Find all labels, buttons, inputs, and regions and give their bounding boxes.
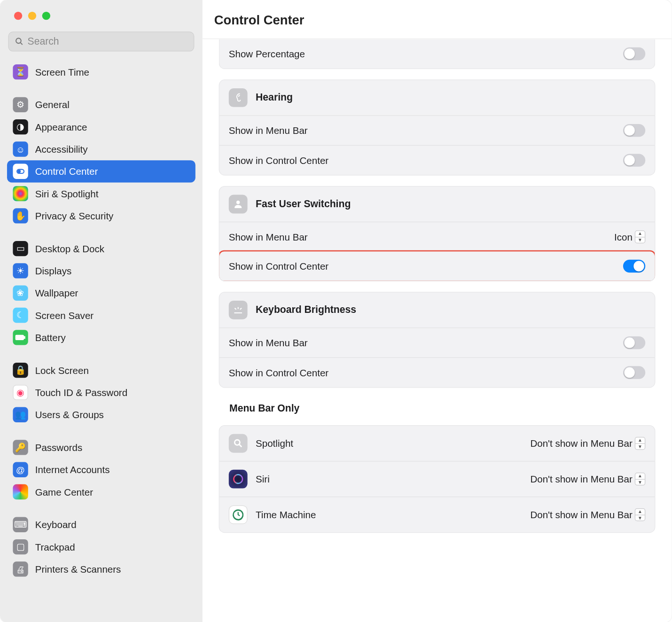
row-label: Time Machine [256,509,316,521]
hand-icon: ✋ [13,208,28,223]
users-icon: 👥 [13,407,28,422]
row-siri: Siri Don't show in Menu Bar ▲▼ [219,461,655,497]
toggle-hearing-control-center[interactable] [623,154,645,166]
sidebar-item-screen-time[interactable]: ⏳ Screen Time [7,61,195,83]
sidebar-item-label: Users & Groups [35,409,104,420]
sidebar-item-label: Wallpaper [35,288,78,299]
sidebar-item-control-center[interactable]: Control Center [7,160,195,182]
sidebar-item-desktop-dock[interactable]: ▭ Desktop & Dock [7,237,195,259]
gear-icon: ⚙ [13,97,28,112]
dock-icon: ▭ [13,241,28,256]
settings-window: ⏳ Screen Time ⚙ General ◑ Appearance ☺ A… [0,0,672,622]
row-label: Show in Menu Bar [229,337,308,349]
accessibility-icon: ☺ [13,141,28,156]
game-center-icon [13,484,28,499]
sidebar-item-general[interactable]: ⚙ General [7,93,195,116]
sidebar-item-touch-id[interactable]: ◉ Touch ID & Password [7,381,195,404]
section-title-menu-bar-only: Menu Bar Only [229,403,655,415]
group-header-hearing: Hearing [219,80,655,116]
search-input[interactable] [28,36,188,47]
dropdown-value: Don't show in Menu Bar [530,438,632,449]
svg-point-11 [234,440,240,445]
row-hearing-menu-bar: Show in Menu Bar [219,116,655,145]
sidebar-item-appearance[interactable]: ◑ Appearance [7,116,195,138]
row-label: Show in Control Center [229,261,328,272]
sidebar-item-printers[interactable]: 🖨 Printers & Scanners [7,558,195,580]
dropdown-spotlight[interactable]: Don't show in Menu Bar ▲▼ [530,437,645,450]
sidebar-item-screen-saver[interactable]: ☾ Screen Saver [7,304,195,326]
svg-line-12 [240,445,242,447]
row-kb-control-center: Show in Control Center [219,358,655,387]
group-header-kb: Keyboard Brightness [219,293,655,328]
toggle-kb-control-center[interactable] [623,366,645,379]
row-label: Show in Menu Bar [229,125,308,136]
keyboard-icon: ⌨ [13,517,28,532]
printer-icon: 🖨 [13,561,28,576]
group-menu-bar-only: Spotlight Don't show in Menu Bar ▲▼ Siri [219,425,656,533]
sidebar-item-internet-accounts[interactable]: @ Internet Accounts [7,459,195,481]
dropdown-time-machine[interactable]: Don't show in Menu Bar ▲▼ [530,508,645,521]
wallpaper-icon: ❀ [13,286,28,301]
sidebar-item-keyboard[interactable]: ⌨ Keyboard [7,513,195,536]
moon-icon: ☾ [13,308,28,323]
search-field[interactable] [8,31,194,51]
sidebar-item-label: General [35,99,70,110]
close-window-button[interactable] [14,12,22,20]
sidebar-item-accessibility[interactable]: ☺ Accessibility [7,138,195,160]
sidebar-item-label: Control Center [35,166,98,177]
svg-line-10 [240,308,242,310]
sidebar-item-wallpaper[interactable]: ❀ Wallpaper [7,282,195,304]
ear-icon [229,88,248,107]
toggle-show-percentage[interactable] [623,47,645,60]
sidebar-item-label: Screen Saver [35,310,94,321]
stepper-icon: ▲▼ [635,437,645,450]
sidebar-item-passwords[interactable]: 🔑 Passwords [7,436,195,459]
svg-point-3 [18,170,20,172]
sidebar-item-siri-spotlight[interactable]: Siri & Spotlight [7,182,195,204]
sidebar-item-label: Appearance [35,121,87,132]
svg-line-9 [234,308,236,310]
time-machine-icon [229,505,248,524]
dropdown-siri[interactable]: Don't show in Menu Bar ▲▼ [530,473,645,485]
svg-rect-5 [24,336,25,338]
group-battery-partial: Show Percentage [219,39,656,69]
sidebar-item-label: Siri & Spotlight [35,188,99,199]
lock-icon: 🔒 [13,363,28,378]
stepper-icon: ▲▼ [635,473,645,485]
sidebar-item-label: Privacy & Security [35,210,114,222]
row-label: Siri [256,474,270,485]
key-icon: 🔑 [13,440,28,455]
sidebar-item-label: Accessibility [35,144,88,155]
row-kb-menu-bar: Show in Menu Bar [219,328,655,357]
sidebar-item-battery[interactable]: Battery [7,327,195,349]
sidebar-item-label: Passwords [35,442,82,453]
fingerprint-icon: ◉ [13,385,28,400]
toggle-hearing-menu-bar[interactable] [623,124,645,137]
toggle-fus-control-center[interactable] [623,260,645,272]
svg-line-1 [21,43,23,45]
sidebar-item-displays[interactable]: ☀ Displays [7,260,195,282]
minimize-window-button[interactable] [28,12,36,20]
sidebar-item-users-groups[interactable]: 👥 Users & Groups [7,404,195,426]
fullscreen-window-button[interactable] [42,12,50,20]
group-title: Fast User Switching [256,198,351,210]
sidebar-item-label: Trackpad [35,541,75,552]
appearance-icon: ◑ [13,119,28,134]
brightness-icon: ☀ [13,263,28,278]
stepper-icon: ▲▼ [635,231,645,243]
toggle-kb-menu-bar[interactable] [623,336,645,349]
sidebar-item-label: Desktop & Dock [35,243,104,254]
sidebar-item-trackpad[interactable]: ▢ Trackpad [7,536,195,558]
sidebar-item-lock-screen[interactable]: 🔒 Lock Screen [7,359,195,381]
svg-point-13 [234,474,242,483]
row-show-percentage: Show Percentage [219,39,655,68]
row-label: Spotlight [256,438,293,449]
trackpad-icon: ▢ [13,539,28,554]
titlebar: Control Center [203,0,672,39]
sidebar-item-game-center[interactable]: Game Center [7,481,195,503]
sidebar-item-label: Lock Screen [35,365,89,376]
siri-icon [13,186,28,201]
dropdown-value: Icon [614,231,633,242]
dropdown-fus-menu-bar[interactable]: Icon ▲▼ [614,231,645,243]
sidebar-item-privacy-security[interactable]: ✋ Privacy & Security [7,205,195,227]
